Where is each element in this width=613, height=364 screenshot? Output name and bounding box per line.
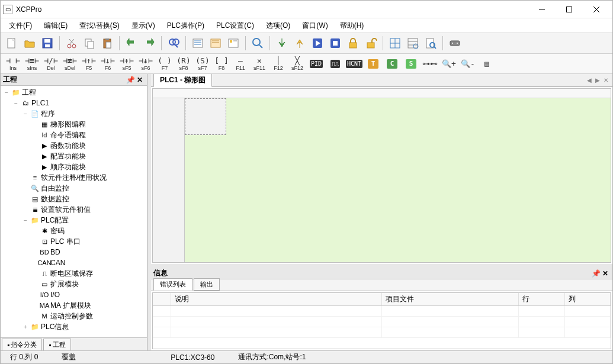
lock-button[interactable]	[345, 36, 361, 51]
zoom-tool-button[interactable]	[250, 36, 265, 51]
t-block-button[interactable]: T	[364, 55, 382, 73]
document-tab[interactable]: PLC1 - 梯形图	[153, 74, 212, 87]
table-row[interactable]	[153, 306, 611, 317]
tab-prev-icon[interactable]: ◀	[585, 77, 593, 83]
no-contact-button[interactable]: ⊣ ⊢Ins	[4, 55, 22, 73]
stop-button[interactable]	[328, 36, 343, 51]
save-file-button[interactable]	[40, 36, 55, 51]
tree-toggle-icon[interactable]: +	[22, 324, 29, 330]
tree-node[interactable]: 🔍自由监控	[1, 183, 147, 194]
no-contact-s-button[interactable]: ⊣≡⊢sIns	[23, 55, 41, 73]
tree-node[interactable]: CANCAN	[1, 257, 147, 268]
menu-0[interactable]: 文件(F)	[3, 20, 38, 32]
info-col-3[interactable]: 行	[519, 293, 564, 306]
tree-node[interactable]: MAMA 扩展模块	[1, 300, 147, 311]
info-close-icon[interactable]: ✕	[601, 269, 610, 278]
unlock-button[interactable]	[363, 36, 378, 51]
tree-toggle-icon[interactable]: −	[3, 89, 10, 96]
vline-button[interactable]: │F12	[269, 55, 287, 73]
list3-button[interactable]	[226, 36, 241, 51]
tree-node[interactable]: I/OI/O	[1, 289, 147, 300]
tree-node[interactable]: ≣设置软元件初值	[1, 204, 147, 215]
coil-button[interactable]: ( )F7	[156, 55, 174, 73]
copy-button[interactable]	[82, 36, 97, 51]
tree-node[interactable]: −📁工程	[1, 87, 147, 98]
c-block-button[interactable]: C	[383, 55, 401, 73]
nc-contact-s-button[interactable]: ⊣≢⊢sDel	[61, 55, 79, 73]
info-tab-1[interactable]: 输出	[194, 278, 220, 291]
grid2-button[interactable]	[405, 36, 421, 51]
set-coil-button[interactable]: (S)sF7	[194, 55, 211, 73]
zoom-in-button[interactable]: 🔍+	[440, 55, 458, 73]
close-button[interactable]	[583, 1, 610, 18]
menu-4[interactable]: PLC操作(P)	[161, 20, 210, 32]
func-button[interactable]: [ ]F8	[213, 55, 230, 73]
nc-contact-button[interactable]: ⊣/⊢Del	[42, 55, 60, 73]
upload-button[interactable]	[292, 36, 307, 51]
menu-7[interactable]: 窗口(W)	[296, 20, 333, 32]
tree-toggle-icon[interactable]: −	[22, 217, 29, 224]
menu-1[interactable]: 编辑(E)	[38, 20, 73, 32]
tree-node[interactable]: ▦梯形图编程	[1, 119, 147, 130]
tree-node[interactable]: ⊡PLC 串口	[1, 236, 147, 247]
maximize-button[interactable]	[556, 1, 583, 18]
info-grid[interactable]: 说明项目文件行列	[152, 292, 611, 349]
tree-node[interactable]: −📄程序	[1, 108, 147, 119]
tree-node[interactable]: ⎍断电区域保存	[1, 268, 147, 279]
falling-s-button[interactable]: ⊣↡⊢sF6	[137, 55, 155, 73]
tree-node[interactable]: ▶函数功能块	[1, 140, 147, 151]
table-row[interactable]	[153, 317, 611, 327]
zoom-out-button[interactable]: 🔍-	[459, 55, 477, 73]
doc-view-button[interactable]: ▤	[478, 55, 496, 73]
tab-next-icon[interactable]: ▶	[593, 77, 602, 83]
new-file-button[interactable]	[4, 36, 20, 51]
cut-button[interactable]	[64, 36, 79, 51]
tree-node[interactable]: ▤数据监控	[1, 194, 147, 204]
download-button[interactable]	[274, 36, 290, 51]
panel-close-icon[interactable]: ✕	[135, 76, 145, 84]
tree-node[interactable]: ▶顺序功能块	[1, 162, 147, 172]
tree-node[interactable]: −📁PLC配置	[1, 215, 147, 226]
pid-block-button[interactable]: PID	[307, 55, 325, 73]
info-col-4[interactable]: 列	[564, 293, 610, 306]
ladder-editor[interactable]	[152, 88, 611, 263]
info-col-0[interactable]	[153, 293, 171, 306]
tree-toggle-icon[interactable]: −	[12, 100, 20, 107]
list1-button[interactable]	[190, 36, 206, 51]
rising-s-button[interactable]: ⊣↟⊢sF5	[118, 55, 136, 73]
menu-3[interactable]: 显示(V)	[126, 20, 161, 32]
menu-5[interactable]: PLC设置(C)	[210, 20, 260, 32]
hline-button[interactable]: —F11	[232, 55, 249, 73]
preview-button[interactable]	[423, 36, 438, 51]
device-button[interactable]	[447, 36, 463, 51]
run-button[interactable]	[310, 36, 325, 51]
tree-node[interactable]: ld命令语编程	[1, 130, 147, 140]
info-tab-0[interactable]: 错误列表	[153, 278, 192, 291]
tree-node[interactable]: ▶配置功能块	[1, 151, 147, 162]
tree-node[interactable]: BDBD	[1, 247, 147, 257]
tree-node[interactable]: M运动控制参数	[1, 311, 147, 321]
link-block-button[interactable]: ⊶⊷	[421, 55, 439, 73]
undo-button[interactable]	[124, 36, 139, 51]
menu-6[interactable]: 选项(O)	[260, 20, 296, 32]
hline-del-button[interactable]: ✕sF11	[251, 55, 268, 73]
list2-button[interactable]	[208, 36, 223, 51]
open-file-button[interactable]	[22, 36, 37, 51]
info-col-1[interactable]: 说明	[171, 293, 381, 306]
paste-button[interactable]	[100, 36, 115, 51]
s-block-button[interactable]: S	[402, 55, 420, 73]
rising-button[interactable]: ⊣↑⊢F5	[80, 55, 98, 73]
info-pin-icon[interactable]: 📌	[591, 269, 601, 278]
reset-coil-button[interactable]: (R)sF8	[175, 55, 192, 73]
menu-8[interactable]: 帮助(H)	[334, 20, 370, 32]
falling-button[interactable]: ⊣↓⊢F6	[99, 55, 117, 73]
table-row[interactable]	[153, 327, 611, 338]
info-col-2[interactable]: 项目文件	[381, 293, 519, 306]
tree-node[interactable]: ✱密码	[1, 226, 147, 236]
tree-node[interactable]: ≡软元件注释/使用状况	[1, 172, 147, 183]
tree-node[interactable]: ▭扩展模块	[1, 279, 147, 289]
tree-node[interactable]: +📁PLC信息	[1, 321, 147, 332]
tree-node[interactable]: −🗂PLC1	[1, 98, 147, 108]
menu-2[interactable]: 查找\替换(S)	[73, 20, 125, 32]
grid1-button[interactable]	[387, 36, 403, 51]
